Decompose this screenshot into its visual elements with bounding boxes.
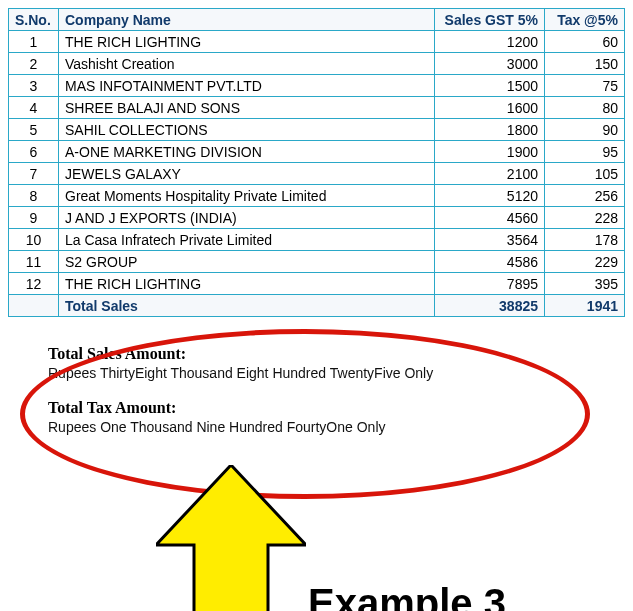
- arrow-shape: [156, 465, 306, 611]
- cell-company: S2 GROUP: [59, 251, 435, 273]
- table-row: 4SHREE BALAJI AND SONS160080: [9, 97, 625, 119]
- table-row: 3MAS INFOTAINMENT PVT.LTD150075: [9, 75, 625, 97]
- cell-sno: 6: [9, 141, 59, 163]
- cell-total-label: Total Sales: [59, 295, 435, 317]
- cell-company: SHREE BALAJI AND SONS: [59, 97, 435, 119]
- cell-sales: 1900: [435, 141, 545, 163]
- cell-company: MAS INFOTAINMENT PVT.LTD: [59, 75, 435, 97]
- cell-sales: 7895: [435, 273, 545, 295]
- cell-sno: 5: [9, 119, 59, 141]
- cell-company: SAHIL COLLECTIONS: [59, 119, 435, 141]
- table-row: 1THE RICH LIGHTING120060: [9, 31, 625, 53]
- cell-tax: 395: [545, 273, 625, 295]
- example-label: Example 3: [308, 581, 506, 611]
- cell-sno: 11: [9, 251, 59, 273]
- cell-sno: 4: [9, 97, 59, 119]
- cell-sales: 1500: [435, 75, 545, 97]
- cell-company: Great Moments Hospitality Private Limite…: [59, 185, 435, 207]
- cell-sales: 4560: [435, 207, 545, 229]
- cell-tax: 150: [545, 53, 625, 75]
- table-header-row: S.No. Company Name Sales GST 5% Tax @5%: [9, 9, 625, 31]
- cell-company: J AND J EXPORTS (INDIA): [59, 207, 435, 229]
- cell-sno: 12: [9, 273, 59, 295]
- table-row: 10La Casa Infratech Private Limited35641…: [9, 229, 625, 251]
- table-row: 7JEWELS GALAXY2100105: [9, 163, 625, 185]
- sales-table: S.No. Company Name Sales GST 5% Tax @5% …: [8, 8, 625, 317]
- header-tax: Tax @5%: [545, 9, 625, 31]
- summary-area: Total Sales Amount: Rupees ThirtyEight T…: [8, 345, 625, 611]
- cell-sno: 1: [9, 31, 59, 53]
- cell-sno: 3: [9, 75, 59, 97]
- cell-tax: 256: [545, 185, 625, 207]
- header-sno: S.No.: [9, 9, 59, 31]
- up-arrow-icon: [156, 465, 306, 611]
- cell-tax: 178: [545, 229, 625, 251]
- total-sales-title: Total Sales Amount:: [48, 345, 585, 363]
- cell-sno: 2: [9, 53, 59, 75]
- cell-total-sales: 38825: [435, 295, 545, 317]
- cell-total-tax: 1941: [545, 295, 625, 317]
- cell-sno: 8: [9, 185, 59, 207]
- table-row: 8Great Moments Hospitality Private Limit…: [9, 185, 625, 207]
- cell-tax: 75: [545, 75, 625, 97]
- header-sales: Sales GST 5%: [435, 9, 545, 31]
- cell-company: A-ONE MARKETING DIVISION: [59, 141, 435, 163]
- cell-tax: 229: [545, 251, 625, 273]
- cell-total-blank: [9, 295, 59, 317]
- cell-sno: 10: [9, 229, 59, 251]
- cell-tax: 90: [545, 119, 625, 141]
- cell-sno: 9: [9, 207, 59, 229]
- total-tax-title: Total Tax Amount:: [48, 399, 585, 417]
- cell-sno: 7: [9, 163, 59, 185]
- table-row: 6A-ONE MARKETING DIVISION190095: [9, 141, 625, 163]
- cell-sales: 1200: [435, 31, 545, 53]
- cell-sales: 2100: [435, 163, 545, 185]
- cell-sales: 1600: [435, 97, 545, 119]
- cell-tax: 95: [545, 141, 625, 163]
- cell-tax: 60: [545, 31, 625, 53]
- cell-company: THE RICH LIGHTING: [59, 273, 435, 295]
- total-sales-words: Rupees ThirtyEight Thousand Eight Hundre…: [48, 365, 585, 381]
- cell-tax: 80: [545, 97, 625, 119]
- table-row: 12THE RICH LIGHTING7895395: [9, 273, 625, 295]
- cell-tax: 105: [545, 163, 625, 185]
- cell-sales: 4586: [435, 251, 545, 273]
- table-row: 2Vashisht Creation3000150: [9, 53, 625, 75]
- cell-company: Vashisht Creation: [59, 53, 435, 75]
- cell-sales: 3564: [435, 229, 545, 251]
- total-tax-words: Rupees One Thousand Nine Hundred FourtyO…: [48, 419, 585, 435]
- table-total-row: Total Sales388251941: [9, 295, 625, 317]
- cell-company: THE RICH LIGHTING: [59, 31, 435, 53]
- table-row: 5SAHIL COLLECTIONS180090: [9, 119, 625, 141]
- cell-tax: 228: [545, 207, 625, 229]
- table-row: 9J AND J EXPORTS (INDIA)4560228: [9, 207, 625, 229]
- table-row: 11S2 GROUP4586229: [9, 251, 625, 273]
- cell-sales: 1800: [435, 119, 545, 141]
- cell-sales: 5120: [435, 185, 545, 207]
- cell-company: JEWELS GALAXY: [59, 163, 435, 185]
- header-company: Company Name: [59, 9, 435, 31]
- cell-company: La Casa Infratech Private Limited: [59, 229, 435, 251]
- cell-sales: 3000: [435, 53, 545, 75]
